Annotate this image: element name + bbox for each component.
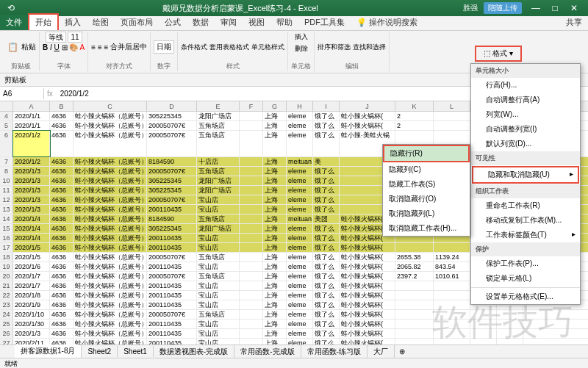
cell[interactable]: 饿了么 <box>313 300 340 309</box>
cell[interactable]: 4636 <box>50 310 74 319</box>
col-header[interactable]: F <box>240 101 263 111</box>
cell[interactable] <box>434 243 470 252</box>
merge-button[interactable]: 合并后居中 <box>110 42 147 52</box>
tab-pdftools[interactable]: PDF工具集 <box>298 15 351 30</box>
cell[interactable] <box>470 310 497 319</box>
cell[interactable]: 饿了么 <box>313 281 340 290</box>
cell[interactable] <box>434 329 470 338</box>
cell[interactable]: 上海 <box>263 262 287 271</box>
cell[interactable]: 蛙小辣火锅杯( <box>340 320 395 328</box>
cell[interactable]: 龙阳广场店 <box>197 224 240 233</box>
cell[interactable]: 蛙小辣火锅杯( <box>340 112 395 120</box>
cell[interactable]: 4636 <box>50 234 74 242</box>
cell[interactable]: 2020/1/2 <box>13 157 50 166</box>
font-color-button[interactable]: A <box>80 43 85 51</box>
tab-home[interactable]: 开始 <box>28 13 59 30</box>
cell[interactable]: 蛙小辣火锅杯( <box>340 253 395 261</box>
cell[interactable]: 2020/1/4 <box>13 224 50 233</box>
col-header[interactable]: G <box>263 101 287 111</box>
cell[interactable]: 上海 <box>263 329 287 338</box>
cell[interactable]: 8184590 <box>147 214 197 223</box>
cell[interactable]: 宝山店 <box>197 195 240 204</box>
cell[interactable]: 2020/1/3 <box>13 186 50 195</box>
cell[interactable]: 200110435 <box>147 234 197 242</box>
cell[interactable] <box>395 310 434 319</box>
cell[interactable] <box>240 205 263 214</box>
cell[interactable]: 饿了么 <box>313 253 340 261</box>
cell[interactable] <box>240 234 263 242</box>
submenu-hide-sheet[interactable]: 隐藏工作表(S) <box>383 177 470 192</box>
row-header[interactable]: 23 <box>0 300 13 309</box>
cell[interactable]: eleme <box>287 310 313 319</box>
col-header[interactable]: I <box>313 101 340 111</box>
cell[interactable]: 饿了么 <box>313 310 340 319</box>
cell[interactable]: 宝山店 <box>197 262 240 271</box>
cell[interactable]: 2020/1/5 <box>13 243 50 252</box>
cell[interactable] <box>395 281 434 290</box>
cell[interactable]: 美 <box>313 157 340 166</box>
tab-draw[interactable]: 绘图 <box>87 15 115 30</box>
cell[interactable]: meituan <box>287 157 313 166</box>
tab-review[interactable]: 审阅 <box>215 15 243 30</box>
cell[interactable]: 上海 <box>263 214 287 223</box>
cell[interactable]: 蛙小辣火锅杯（总账号） <box>74 329 147 338</box>
cell[interactable] <box>240 281 263 290</box>
sheet-tab[interactable]: Sheet1 <box>118 346 154 357</box>
italic-button[interactable]: I <box>50 43 52 51</box>
cell[interactable]: 蛙小辣火锅杯（总账号） <box>74 176 147 185</box>
row-header[interactable]: 25 <box>0 320 13 328</box>
cell[interactable]: 饿了么 <box>313 186 340 195</box>
user-name[interactable]: 胜强 <box>463 3 478 13</box>
cell[interactable]: 1139.24 <box>434 253 470 261</box>
cell[interactable]: 蛙小辣火锅杯（总账号） <box>74 112 147 120</box>
cell[interactable]: 2020/1/2 <box>13 131 50 156</box>
submenu-unhide-rows[interactable]: 取消隐藏行(O) <box>383 192 470 206</box>
cell[interactable]: 饿了么 <box>313 320 340 328</box>
cell[interactable]: 上海 <box>263 186 287 195</box>
cell[interactable] <box>497 310 523 319</box>
size-select[interactable]: 11 <box>68 32 82 43</box>
cell[interactable]: 龙阳广场店 <box>197 186 240 195</box>
cell[interactable] <box>240 253 263 261</box>
row-header[interactable]: 18 <box>0 253 13 261</box>
cell[interactable]: eleme <box>287 167 313 176</box>
cell[interactable]: 上海 <box>263 176 287 185</box>
row-header[interactable]: 15 <box>0 224 13 233</box>
cell[interactable]: 2020/1/5 <box>13 253 50 261</box>
cell[interactable] <box>240 262 263 271</box>
cell[interactable]: 上海 <box>263 281 287 290</box>
cell[interactable]: 饿了么 <box>313 131 340 156</box>
cell[interactable]: 蛙小辣火锅杯( <box>340 243 395 252</box>
col-header[interactable]: E <box>197 101 240 111</box>
col-header[interactable]: H <box>287 101 313 111</box>
cell[interactable]: 4636 <box>50 214 74 223</box>
cell[interactable]: 305225345 <box>147 186 197 195</box>
cell[interactable]: 2020/1/9 <box>13 300 50 309</box>
cell[interactable]: 蛙小辣火锅杯( <box>340 310 395 319</box>
cell[interactable]: 2020/1/3 <box>13 176 50 185</box>
cell[interactable]: 五角场店 <box>197 131 240 156</box>
sheet-tab[interactable]: 大厂 <box>368 345 395 358</box>
cell[interactable]: 十店店 <box>197 157 240 166</box>
cell[interactable]: 饿了么 <box>313 243 340 252</box>
cell[interactable] <box>395 300 434 309</box>
cell[interactable]: 蛙小辣火锅杯（总账号） <box>74 167 147 176</box>
cell[interactable]: 8184590 <box>147 157 197 166</box>
tab-formulas[interactable]: 公式 <box>159 15 187 30</box>
cell[interactable]: eleme <box>287 176 313 185</box>
fx-icon[interactable]: fx <box>44 90 56 98</box>
cell[interactable]: 上海 <box>263 234 287 242</box>
cell[interactable]: 蛙小辣火锅杯( <box>340 262 395 271</box>
cell[interactable]: eleme <box>287 224 313 233</box>
cell[interactable] <box>240 131 263 156</box>
cell[interactable]: 200110435 <box>147 329 197 338</box>
row-header[interactable]: 14 <box>0 214 13 223</box>
cell[interactable]: 4636 <box>50 157 74 166</box>
number-format-select[interactable]: 日期 <box>154 40 174 54</box>
cell[interactable]: 宝山店 <box>197 205 240 214</box>
cell[interactable]: 宝山店 <box>197 234 240 242</box>
cell[interactable] <box>434 112 470 120</box>
cell[interactable]: 200110435 <box>147 243 197 252</box>
cell[interactable]: 上海 <box>263 300 287 309</box>
cell[interactable] <box>395 320 434 328</box>
